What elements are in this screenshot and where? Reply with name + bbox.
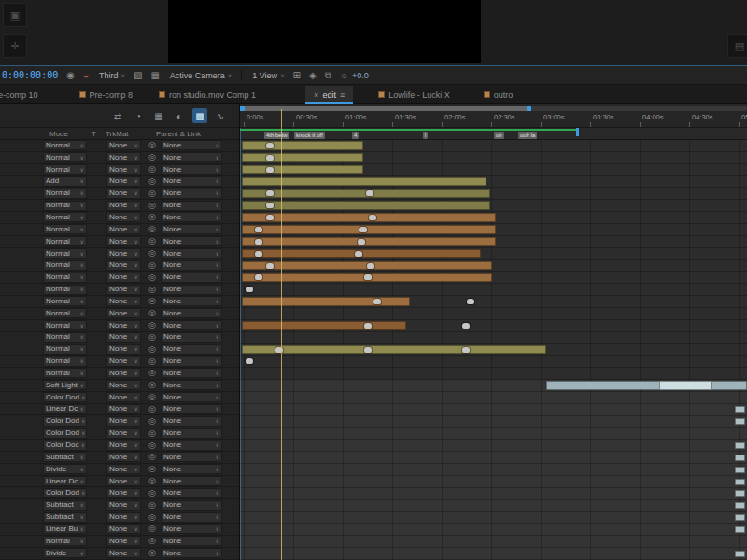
trkmat-select[interactable]: None∨ bbox=[106, 152, 141, 162]
parent-select[interactable]: None∨ bbox=[161, 248, 222, 259]
trkmat-select[interactable]: None∨ bbox=[106, 536, 141, 546]
keyframe-icon[interactable] bbox=[367, 263, 374, 269]
parent-pickwhip-icon[interactable]: ◎ bbox=[147, 153, 158, 161]
parent-pickwhip-icon[interactable]: ◎ bbox=[147, 286, 158, 294]
parent-pickwhip-icon[interactable]: ◎ bbox=[147, 501, 158, 510]
parent-select[interactable]: None∨ bbox=[161, 548, 222, 558]
parent-select[interactable]: None∨ bbox=[161, 224, 222, 234]
panel-menu-icon[interactable]: ≡ bbox=[340, 91, 345, 100]
keyframe-icon[interactable] bbox=[266, 167, 274, 173]
parent-select[interactable]: None∨ bbox=[161, 476, 222, 486]
trkmat-select[interactable]: None∨ bbox=[106, 332, 141, 343]
mode-select[interactable]: Normal∨ bbox=[43, 164, 87, 175]
track-row[interactable] bbox=[240, 488, 747, 500]
comp-marker[interactable]: ooh la bbox=[518, 132, 537, 139]
keyframe-icon[interactable] bbox=[266, 203, 274, 208]
layer-duration-bar[interactable] bbox=[242, 177, 486, 187]
trkmat-select[interactable]: None∨ bbox=[106, 140, 141, 150]
layer-duration-bar[interactable] bbox=[242, 321, 406, 330]
layer-duration-bar[interactable] bbox=[242, 165, 363, 175]
keyframe-icon[interactable] bbox=[266, 263, 274, 269]
comp-tab[interactable]: ron studio.mov Comp 1 bbox=[150, 86, 264, 104]
keyframe-icon[interactable] bbox=[246, 358, 253, 364]
trkmat-select[interactable]: None∨ bbox=[106, 344, 141, 355]
col-mode[interactable]: Mode bbox=[49, 130, 68, 138]
layer-duration-bar[interactable] bbox=[546, 381, 747, 390]
track-row[interactable] bbox=[240, 392, 747, 404]
parent-pickwhip-icon[interactable]: ◎ bbox=[147, 381, 158, 389]
parent-select[interactable]: None∨ bbox=[161, 273, 222, 283]
mode-select[interactable]: Color Dod∨ bbox=[43, 392, 87, 402]
mode-select[interactable]: Color Doc∨ bbox=[43, 441, 87, 451]
parent-pickwhip-icon[interactable]: ◎ bbox=[147, 345, 158, 354]
camera-select[interactable]: Active Camera∨ bbox=[170, 71, 232, 80]
mode-select[interactable]: Add∨ bbox=[43, 176, 87, 187]
trkmat-select[interactable]: None∨ bbox=[106, 189, 141, 199]
track-row[interactable] bbox=[240, 524, 747, 536]
time-ruler[interactable]: 0:00s00:30s01:00s01:30s02:00s02:30s03:00… bbox=[240, 112, 747, 128]
frame-blending-icon[interactable]: ▦ bbox=[151, 108, 166, 123]
track-row[interactable] bbox=[240, 512, 747, 525]
parent-select[interactable]: None∨ bbox=[161, 512, 222, 523]
trkmat-select[interactable]: None∨ bbox=[106, 308, 141, 318]
mode-select[interactable]: Normal∨ bbox=[43, 308, 87, 318]
parent-pickwhip-icon[interactable]: ◎ bbox=[147, 141, 158, 149]
trkmat-select[interactable]: None∨ bbox=[106, 273, 141, 283]
keyframe-icon[interactable] bbox=[374, 299, 381, 304]
mode-select[interactable]: Normal∨ bbox=[43, 285, 87, 295]
comp-marker[interactable]: uh bbox=[494, 132, 504, 139]
parent-pickwhip-icon[interactable]: ◎ bbox=[147, 441, 158, 450]
mode-select[interactable]: Normal∨ bbox=[43, 320, 87, 330]
trkmat-select[interactable]: None∨ bbox=[106, 416, 141, 427]
parent-select[interactable]: None∨ bbox=[161, 320, 222, 330]
mode-select[interactable]: Normal∨ bbox=[43, 201, 87, 211]
trkmat-select[interactable]: None∨ bbox=[106, 524, 141, 534]
comp-marker[interactable]: 4 bbox=[352, 132, 359, 139]
trkmat-select[interactable]: None∨ bbox=[106, 248, 141, 259]
trkmat-select[interactable]: None∨ bbox=[106, 260, 141, 271]
parent-select[interactable]: None∨ bbox=[161, 392, 222, 402]
comp-tab[interactable]: outro bbox=[475, 86, 522, 104]
comp-marker[interactable]: knock it off bbox=[294, 132, 325, 139]
navigator-end-handle[interactable] bbox=[527, 106, 531, 111]
keyframe-icon[interactable] bbox=[255, 251, 262, 257]
trkmat-select[interactable]: None∨ bbox=[106, 512, 141, 523]
mode-select[interactable]: Normal∨ bbox=[43, 332, 87, 343]
parent-select[interactable]: None∨ bbox=[161, 404, 222, 414]
comp-marker[interactable]: 4th betw bbox=[264, 132, 289, 139]
parent-pickwhip-icon[interactable]: ◎ bbox=[147, 525, 158, 533]
trkmat-select[interactable]: None∨ bbox=[106, 488, 141, 498]
parent-select[interactable]: None∨ bbox=[161, 308, 222, 318]
mode-select[interactable]: Color Dod∨ bbox=[43, 488, 87, 498]
keyframe-icon[interactable] bbox=[364, 274, 372, 280]
parent-select[interactable]: None∨ bbox=[161, 152, 222, 162]
comp-marker[interactable]: l bbox=[423, 132, 428, 139]
parent-select[interactable]: None∨ bbox=[161, 452, 222, 462]
parent-pickwhip-icon[interactable]: ◎ bbox=[147, 513, 158, 522]
keyframe-icon[interactable] bbox=[359, 227, 367, 232]
keyframe-icon[interactable] bbox=[467, 299, 474, 304]
track-row[interactable] bbox=[240, 536, 747, 548]
keyframe-icon[interactable] bbox=[462, 347, 470, 353]
track-row[interactable] bbox=[240, 452, 747, 464]
parent-pickwhip-icon[interactable]: ◎ bbox=[147, 489, 158, 497]
layer-duration-bar[interactable] bbox=[735, 418, 745, 425]
mode-select[interactable]: Normal∨ bbox=[43, 368, 87, 378]
graph-editor-icon[interactable]: ∿ bbox=[213, 108, 228, 123]
mode-select[interactable]: Normal∨ bbox=[43, 189, 87, 199]
layer-duration-bar[interactable] bbox=[242, 225, 496, 234]
trkmat-select[interactable]: None∨ bbox=[106, 357, 141, 367]
mode-select[interactable]: Normal∨ bbox=[43, 224, 87, 234]
parent-pickwhip-icon[interactable]: ◎ bbox=[147, 357, 158, 366]
parent-select[interactable]: None∨ bbox=[161, 536, 222, 546]
motion-blur-icon[interactable]: ◐ bbox=[172, 108, 187, 123]
trkmat-select[interactable]: None∨ bbox=[106, 236, 141, 246]
keyframe-icon[interactable] bbox=[369, 215, 376, 220]
trkmat-select[interactable]: None∨ bbox=[106, 176, 141, 187]
work-area-end-marker[interactable] bbox=[576, 128, 579, 136]
parent-pickwhip-icon[interactable]: ◎ bbox=[147, 393, 158, 401]
keyframe-icon[interactable] bbox=[364, 323, 372, 329]
parent-select[interactable]: None∨ bbox=[161, 380, 222, 390]
parent-pickwhip-icon[interactable]: ◎ bbox=[147, 249, 158, 258]
layer-duration-bar[interactable] bbox=[242, 297, 410, 306]
